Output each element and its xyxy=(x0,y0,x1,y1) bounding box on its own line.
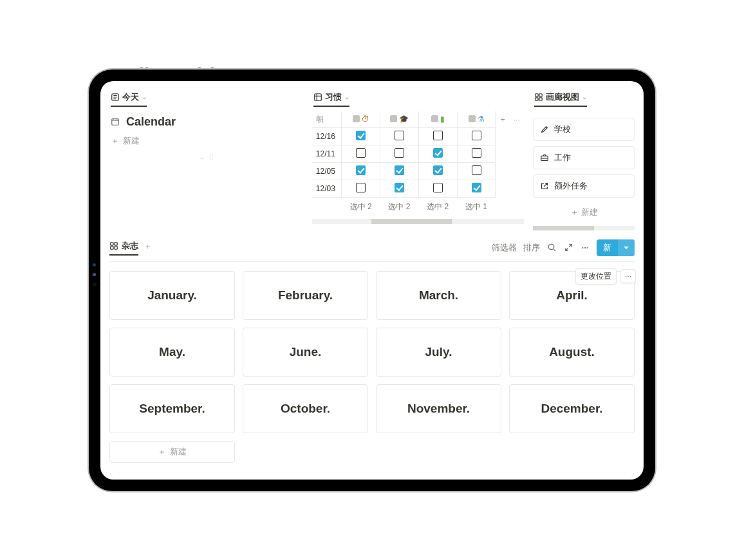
gallery-add-new-button[interactable]: ＋ 新建 xyxy=(533,203,635,222)
habit-checkbox[interactable] xyxy=(433,183,443,192)
more-icon[interactable]: ··· xyxy=(580,243,590,253)
today-panel: 今天 ⌄ Calendar ＋ 新建 ＋ ⠿ xyxy=(109,89,303,233)
habits-horizontal-scrollbar[interactable] xyxy=(312,219,525,224)
empty-state-ghost: ＋ ⠿ xyxy=(109,153,303,164)
habits-date-cell[interactable]: 12/16 xyxy=(312,128,342,145)
habits-col-sparkle[interactable]: ⚗ xyxy=(457,111,496,128)
habits-col-grad[interactable]: 🎓 xyxy=(380,111,419,128)
svg-rect-3 xyxy=(535,93,538,96)
expand-icon[interactable] xyxy=(563,243,573,253)
filter-button[interactable]: 筛选器 xyxy=(492,242,517,254)
gallery-panel: 画廊视图 ⌄ 学校 工作 额外任务 xyxy=(533,89,635,233)
gallery-card-school[interactable]: 学校 xyxy=(533,118,635,141)
month-card[interactable]: January. xyxy=(109,271,235,320)
habit-checkbox[interactable] xyxy=(395,183,404,192)
gallery-icon xyxy=(534,93,543,102)
habit-checkbox[interactable] xyxy=(472,165,481,175)
svg-rect-11 xyxy=(115,246,117,248)
habit-checkbox[interactable] xyxy=(356,131,366,140)
month-card[interactable]: July. xyxy=(376,328,501,377)
tablet-device-frame: 今天 ⌄ Calendar ＋ 新建 ＋ ⠿ xyxy=(89,70,655,491)
card-context-popover: 更改位置 ··· xyxy=(575,268,636,285)
svg-rect-10 xyxy=(111,246,113,248)
gallery-card-label: 工作 xyxy=(554,152,571,163)
today-new-label: 新建 xyxy=(123,135,140,147)
habits-row[interactable]: 12/05 xyxy=(312,163,524,180)
journal-add-view-button[interactable]: ＋ xyxy=(144,241,152,255)
month-card[interactable]: December. xyxy=(509,384,635,433)
new-button[interactable]: 新 xyxy=(597,239,635,256)
habit-checkbox[interactable] xyxy=(472,183,481,192)
habits-header-row: 朝 ⏱ 🎓 ▮ ⚗ + ··· xyxy=(312,111,524,128)
new-button-dropdown[interactable] xyxy=(618,239,635,256)
gallery-card-work[interactable]: 工作 xyxy=(533,146,635,169)
edit-icon xyxy=(540,125,549,134)
month-card[interactable]: August. xyxy=(509,328,635,377)
habits-add-column-button[interactable]: + xyxy=(496,111,510,128)
gallery-card-extra[interactable]: 额外任务 xyxy=(533,174,635,198)
habit-checkbox[interactable] xyxy=(433,131,443,140)
month-card[interactable]: October. xyxy=(243,384,368,433)
svg-rect-4 xyxy=(539,93,542,96)
habits-date-cell[interactable]: 12/05 xyxy=(312,163,342,180)
chevron-down-icon: ⌄ xyxy=(344,93,349,100)
habits-panel: 习惯 ⌄ 朝 ⏱ 🎓 ▮ ⚗ + ··· 12/16 xyxy=(312,89,525,233)
month-card[interactable]: February. xyxy=(243,271,368,320)
habits-date-cell[interactable]: 12/03 xyxy=(312,180,342,198)
divider xyxy=(109,261,635,262)
sort-button[interactable]: 排序 xyxy=(523,242,540,254)
gallery-card-label: 学校 xyxy=(554,124,571,135)
habits-summary-row: 选中 2 选中 2 选中 2 选中 1 xyxy=(312,198,524,216)
month-card[interactable]: June. xyxy=(243,328,368,377)
month-card[interactable]: November. xyxy=(376,384,501,433)
plus-icon: ＋ xyxy=(111,135,119,147)
journal-add-card-button[interactable]: ＋ 新建 xyxy=(109,441,235,463)
habits-row[interactable]: 12/11 xyxy=(312,145,524,163)
gallery-horizontal-scrollbar[interactable] xyxy=(533,226,635,230)
habits-row[interactable]: 12/03 xyxy=(312,180,524,198)
card-more-button[interactable]: ··· xyxy=(620,269,636,283)
alarm-icon: ⏱ xyxy=(362,115,369,124)
habits-more-button[interactable]: ··· xyxy=(510,111,524,128)
svg-rect-9 xyxy=(115,242,117,245)
habit-checkbox[interactable] xyxy=(433,165,443,175)
briefcase-icon xyxy=(540,153,549,162)
svg-rect-1 xyxy=(112,119,119,126)
habits-col-book[interactable]: ▮ xyxy=(418,111,457,128)
today-tab-label: 今天 xyxy=(122,91,139,103)
today-view-switcher[interactable]: 今天 ⌄ xyxy=(109,89,303,111)
sparkle-icon: ⚗ xyxy=(478,115,485,124)
new-button-label: 新 xyxy=(597,239,618,256)
habit-checkbox[interactable] xyxy=(356,165,366,175)
habit-checkbox[interactable] xyxy=(472,148,481,158)
habit-checkbox[interactable] xyxy=(433,148,443,158)
habits-row[interactable]: 12/16 xyxy=(312,128,524,145)
month-card[interactable]: September. xyxy=(109,384,235,433)
change-position-button[interactable]: 更改位置 xyxy=(575,268,617,285)
today-add-new-button[interactable]: ＋ 新建 xyxy=(109,131,303,151)
journal-view-switcher[interactable]: 杂志 xyxy=(109,240,138,256)
habit-checkbox[interactable] xyxy=(395,148,404,158)
list-icon xyxy=(111,93,120,102)
habit-checkbox[interactable] xyxy=(356,148,366,158)
search-icon[interactable] xyxy=(546,243,557,253)
habit-checkbox[interactable] xyxy=(356,183,366,192)
chevron-down-icon: ⌄ xyxy=(582,93,587,100)
calendar-page-link[interactable]: Calendar xyxy=(109,111,303,131)
habits-date-cell[interactable]: 12/11 xyxy=(312,145,342,163)
habits-col-alarm[interactable]: ⏱ xyxy=(342,111,380,128)
habit-checkbox[interactable] xyxy=(472,131,481,140)
habits-date-header[interactable]: 朝 xyxy=(312,111,342,128)
gallery-view-switcher[interactable]: 画廊视图 ⌄ xyxy=(533,89,635,111)
month-card[interactable]: May. xyxy=(109,328,235,377)
habit-checkbox[interactable] xyxy=(395,131,404,140)
graduation-icon: 🎓 xyxy=(399,115,409,124)
book-icon: ▮ xyxy=(440,115,445,124)
habits-table: 朝 ⏱ 🎓 ▮ ⚗ + ··· 12/16 xyxy=(312,111,525,216)
habits-view-switcher[interactable]: 习惯 ⌄ xyxy=(312,89,525,111)
gallery-icon xyxy=(109,241,118,250)
month-card[interactable]: March. xyxy=(376,271,501,320)
habit-checkbox[interactable] xyxy=(395,165,404,175)
gallery-tab-label: 画廊视图 xyxy=(546,91,579,103)
svg-rect-6 xyxy=(539,97,542,100)
